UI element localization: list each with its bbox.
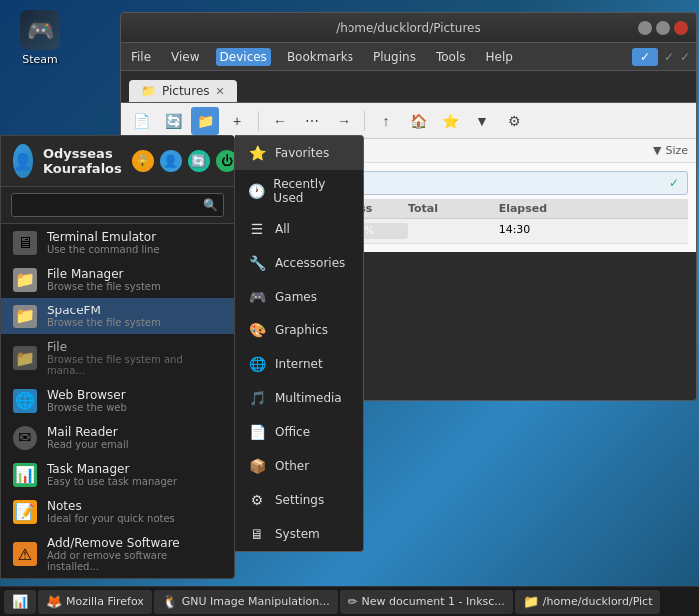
file2-desc: Browse the file system and mana...: [47, 354, 222, 376]
cat-games-label: Games: [275, 290, 317, 304]
other-icon: 📦: [247, 456, 267, 476]
cat-accessories[interactable]: 🔧 Accessories: [235, 246, 363, 280]
cat-settings-label: Settings: [275, 493, 324, 507]
multimedia-icon: 🎵: [247, 388, 267, 408]
app-menu: 👤 Odysseas Kourafalos 🔒 👤 🔄 ⏻ 🔍 🖥 Termin…: [0, 135, 235, 579]
taskbar-indicator[interactable]: 📊: [4, 590, 36, 614]
cat-recentlyused[interactable]: 🕐 Recently Used: [235, 170, 363, 212]
taskbar-firefox[interactable]: 🦊 Mozilla Firefox: [38, 590, 152, 614]
app-item-file2[interactable]: 📁 File Browse the file system and mana..…: [1, 334, 234, 382]
app-item-addremove[interactable]: ⚠ Add/Remove Software Add or remove soft…: [1, 530, 234, 578]
transfer-extra: [589, 223, 680, 239]
cat-internet[interactable]: 🌐 Internet: [235, 347, 363, 381]
all-icon: ☰: [247, 219, 267, 239]
close-button[interactable]: [674, 21, 688, 35]
app-item-webbrowser[interactable]: 🌐 Web Browser Browse the web: [1, 382, 234, 419]
addremove-name: Add/Remove Software: [47, 536, 222, 550]
app-item-taskmanager[interactable]: 📊 Task Manager Easy to use task manager: [1, 456, 234, 493]
tb-nav-btn[interactable]: ⋯: [298, 107, 326, 135]
cat-favorites[interactable]: ⭐ Favorites: [235, 136, 363, 170]
confirm-button[interactable]: ✓: [632, 48, 658, 66]
tb-view-btn[interactable]: ▼: [468, 107, 496, 135]
tb-home-btn[interactable]: 🏠: [404, 107, 432, 135]
menu-devices[interactable]: Devices: [216, 48, 271, 66]
mailreader-icon: ✉: [13, 426, 37, 450]
firefox-label: Mozilla Firefox: [66, 595, 144, 608]
cat-all-label: All: [275, 222, 290, 236]
tab-close-button[interactable]: ✕: [216, 85, 225, 98]
user-icon-lock[interactable]: 🔒: [132, 150, 154, 172]
tb-refresh-btn[interactable]: 🔄: [159, 107, 187, 135]
transfer-checkmark: ✓: [669, 176, 679, 190]
terminal-desc: Use the command line: [47, 244, 222, 255]
search-input[interactable]: [11, 193, 224, 217]
tb-settings-btn[interactable]: ⚙: [500, 107, 528, 135]
menu-file[interactable]: File: [127, 48, 155, 66]
cat-system[interactable]: 🖥 System: [235, 517, 363, 551]
maximize-button[interactable]: [656, 21, 670, 35]
cat-settings[interactable]: ⚙ Settings: [235, 483, 363, 517]
cat-other[interactable]: 📦 Other: [235, 449, 363, 483]
app-item-terminal[interactable]: 🖥 Terminal Emulator Use the command line: [1, 224, 234, 261]
app-item-mailreader[interactable]: ✉ Mail Reader Read your email: [1, 419, 234, 456]
terminal-icon: 🖥: [13, 231, 37, 255]
tb-back-btn[interactable]: ←: [266, 107, 294, 135]
filemanager-name: File Manager: [47, 267, 222, 281]
menu-help[interactable]: Help: [481, 48, 516, 66]
mailreader-info: Mail Reader Read your email: [47, 425, 222, 450]
files-label: /home/ducklord/Pict: [543, 595, 653, 608]
mailreader-desc: Read your email: [47, 439, 222, 450]
menu-bookmarks[interactable]: Bookmarks: [283, 48, 357, 66]
app-item-filemanager[interactable]: 📁 File Manager Browse the file system: [1, 261, 234, 298]
menu-tools[interactable]: Tools: [432, 48, 470, 66]
spacefm-desc: Browse the file system: [47, 317, 222, 328]
graphics-icon: 🎨: [247, 320, 267, 340]
action-btn1[interactable]: ✓: [664, 50, 674, 64]
gimp-label: GNU Image Manipulation...: [182, 595, 330, 608]
menu-plugins[interactable]: Plugins: [369, 48, 420, 66]
app-item-spacefm[interactable]: 📁 SpaceFM Browse the file system: [1, 298, 234, 334]
tb-add-btn[interactable]: +: [223, 107, 251, 135]
webbrowser-desc: Browse the web: [47, 402, 222, 413]
steam-desktop-icon[interactable]: 🎮 Steam: [20, 10, 60, 66]
taskbar-gimp[interactable]: 🐧 GNU Image Manipulation...: [154, 590, 338, 614]
cat-other-label: Other: [275, 459, 309, 473]
tb-folder-btn[interactable]: 📁: [191, 107, 219, 135]
header-total: Total: [408, 202, 499, 215]
tb-bookmark-btn[interactable]: ⭐: [436, 107, 464, 135]
action-btn2[interactable]: ✓: [680, 50, 690, 64]
transfer-elapsed: 14:30: [499, 223, 590, 239]
taskbar-inkscape[interactable]: ✏ New document 1 - Inksc...: [340, 590, 513, 614]
steam-label: Steam: [22, 53, 58, 66]
cat-games[interactable]: 🎮 Games: [235, 280, 363, 313]
tb-new-btn[interactable]: 📄: [127, 107, 155, 135]
app-list: 🖥 Terminal Emulator Use the command line…: [1, 224, 234, 578]
internet-icon: 🌐: [247, 354, 267, 374]
cat-all[interactable]: ☰ All: [235, 212, 363, 246]
filemanager-info: File Manager Browse the file system: [47, 267, 222, 292]
user-icon-person[interactable]: 👤: [160, 150, 182, 172]
tb-up-btn[interactable]: ↑: [372, 107, 400, 135]
user-icon-power[interactable]: ⏻: [216, 150, 235, 172]
addremove-desc: Add or remove software installed...: [47, 550, 222, 572]
app-item-notes[interactable]: 📝 Notes Ideal for your quick notes: [1, 493, 234, 530]
cat-office[interactable]: 📄 Office: [235, 415, 363, 449]
cat-multimedia[interactable]: 🎵 Multimedia: [235, 381, 363, 415]
tab-pictures[interactable]: 📁 Pictures ✕: [129, 80, 237, 102]
system-icon: 🖥: [247, 524, 267, 544]
minimize-button[interactable]: [638, 21, 652, 35]
header-extra: [589, 202, 680, 215]
terminal-name: Terminal Emulator: [47, 230, 222, 244]
size-column-header[interactable]: Size: [665, 144, 688, 157]
taskbar-files[interactable]: 📁 /home/ducklord/Pict: [515, 590, 661, 614]
menu-view[interactable]: View: [167, 48, 203, 66]
gimp-icon: 🐧: [162, 594, 178, 609]
cat-multimedia-label: Multimedia: [275, 391, 342, 405]
user-icon-refresh[interactable]: 🔄: [188, 150, 210, 172]
cat-graphics[interactable]: 🎨 Graphics: [235, 313, 363, 347]
search-bar: 🔍: [1, 187, 234, 224]
search-icon: 🔍: [203, 198, 218, 212]
firefox-icon: 🦊: [46, 594, 62, 609]
tb-forward-btn[interactable]: →: [330, 107, 357, 135]
window-controls: [638, 21, 688, 35]
